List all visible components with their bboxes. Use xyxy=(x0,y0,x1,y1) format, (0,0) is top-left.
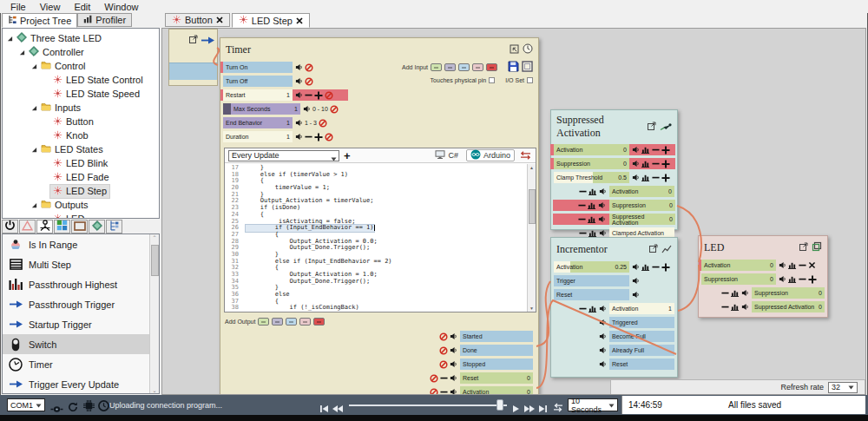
chart-icon[interactable] xyxy=(589,187,597,195)
speaker-icon[interactable] xyxy=(303,105,311,113)
open-node-icon[interactable] xyxy=(647,119,656,135)
plus-icon[interactable] xyxy=(661,160,670,168)
speaker-icon[interactable] xyxy=(741,289,749,297)
code-line[interactable]: 20 timerValue = 1; xyxy=(225,185,527,192)
plus-icon[interactable] xyxy=(314,91,323,100)
toolbox-item-switch[interactable]: Switch xyxy=(3,334,159,354)
input-row[interactable]: Max Seconds10 - 10 xyxy=(223,103,422,115)
toolbox-item-trigger-every-update[interactable]: Trigger Every Update xyxy=(3,374,159,394)
speaker-icon[interactable] xyxy=(450,388,457,395)
tree-item-inputs[interactable]: Inputs xyxy=(3,101,159,115)
chart-icon[interactable] xyxy=(588,215,596,223)
block-icon[interactable] xyxy=(319,119,327,128)
toolbox-item-timer[interactable]: Timer xyxy=(3,354,159,374)
io-set-checkbox[interactable] xyxy=(527,77,533,83)
code-line[interactable]: 38 if (!_isComingBack) xyxy=(225,305,527,312)
canvas-tab-button[interactable]: Button xyxy=(165,13,230,27)
touches-pin-checkbox[interactable] xyxy=(489,77,495,83)
chart-icon[interactable] xyxy=(641,160,650,168)
add-port-pink-button[interactable] xyxy=(299,318,311,326)
csharp-tab[interactable]: C# xyxy=(431,149,462,161)
input-row[interactable]: Activation0 xyxy=(701,260,825,271)
speaker-icon[interactable] xyxy=(450,360,457,368)
partial-node[interactable] xyxy=(168,29,218,86)
tab-profiler[interactable]: Profiler xyxy=(77,13,132,27)
swap-icon[interactable] xyxy=(519,148,532,163)
minus-icon[interactable] xyxy=(721,303,729,311)
minus-icon[interactable] xyxy=(652,146,660,154)
minus-icon[interactable] xyxy=(579,305,587,312)
speaker-icon[interactable] xyxy=(599,319,607,326)
chart-icon[interactable] xyxy=(589,229,597,237)
block-icon[interactable] xyxy=(330,105,339,114)
toolbox-item-startup-trigger[interactable]: Startup Trigger xyxy=(3,314,159,334)
timer-node[interactable]: Timer Turn OnTurn OffRestart1Max Seconds… xyxy=(220,37,539,395)
minus-icon[interactable] xyxy=(578,215,586,223)
arduino-tab[interactable]: Arduino xyxy=(466,149,515,161)
code-editor[interactable]: Every Update + C# Arduino 17 }18 else if… xyxy=(224,148,536,312)
speaker-icon[interactable] xyxy=(779,261,786,269)
minus-icon[interactable] xyxy=(799,275,806,283)
chart-icon[interactable] xyxy=(731,289,740,297)
clock-icon[interactable] xyxy=(98,399,109,415)
output-row[interactable]: Suppression0 xyxy=(701,287,825,299)
output-row[interactable]: Triggered xyxy=(554,317,674,328)
tree-item-led-step[interactable]: LED Step xyxy=(3,184,159,198)
minus-icon[interactable] xyxy=(579,187,587,195)
tab-project-tree[interactable]: Project Tree xyxy=(2,13,77,28)
minus-icon[interactable] xyxy=(578,201,586,209)
plus-icon[interactable] xyxy=(808,275,817,284)
toolbox-item-passthrough-trigger[interactable]: Passthrough Trigger xyxy=(3,294,159,314)
tree-item-led-blink[interactable]: LED Blink xyxy=(3,156,159,170)
tree-expander[interactable] xyxy=(6,36,14,42)
toolbox-item-passthrough-highest[interactable]: Passthrough Highest xyxy=(3,274,159,294)
input-row[interactable]: Trigger xyxy=(554,275,674,286)
toolbox-item-multi-step[interactable]: Multi Step xyxy=(3,254,159,274)
com-port-select[interactable]: COM1 xyxy=(7,398,45,411)
output-row[interactable]: Suppressed Activation0 xyxy=(553,214,675,225)
tree-item-knob[interactable]: Knob xyxy=(3,128,159,142)
input-row[interactable]: Suppression0 xyxy=(553,158,675,169)
input-row[interactable]: End Behavior11 - 3 xyxy=(223,117,422,128)
connection-icon[interactable] xyxy=(50,401,63,417)
canvas-tab-led-step[interactable]: LED Step xyxy=(232,13,310,28)
play-button[interactable] xyxy=(512,401,520,417)
block-icon[interactable] xyxy=(305,77,313,86)
speaker-icon[interactable] xyxy=(599,346,607,354)
line-chart-icon[interactable] xyxy=(661,241,672,257)
add-port-purple-button[interactable] xyxy=(444,63,456,71)
close-icon[interactable] xyxy=(296,16,303,26)
io-box-icon[interactable] xyxy=(522,61,533,73)
speaker-icon[interactable] xyxy=(632,174,640,181)
speaker-icon[interactable] xyxy=(295,63,303,71)
speaker-icon[interactable] xyxy=(599,332,607,340)
plus-icon[interactable] xyxy=(314,133,323,141)
partial-node-port[interactable] xyxy=(169,62,217,80)
input-row[interactable]: Turn Off xyxy=(223,76,422,87)
suppressed-activation-node[interactable]: Suppressed Activation Activation0Suppres… xyxy=(550,109,678,230)
block-icon[interactable] xyxy=(439,360,448,369)
speaker-icon[interactable] xyxy=(598,215,606,223)
speaker-icon[interactable] xyxy=(779,275,786,283)
minus-icon[interactable] xyxy=(579,229,587,237)
block-icon[interactable] xyxy=(430,388,438,396)
plus-icon[interactable] xyxy=(661,174,670,182)
speaker-icon[interactable] xyxy=(741,303,749,311)
output-row[interactable]: Reset0 xyxy=(405,372,533,384)
block-icon[interactable] xyxy=(305,63,313,72)
speaker-icon[interactable] xyxy=(632,146,640,154)
minus-icon[interactable] xyxy=(652,174,660,181)
minus-icon[interactable] xyxy=(652,263,660,271)
speaker-icon[interactable] xyxy=(599,360,607,368)
block-icon[interactable] xyxy=(325,91,333,100)
chart-icon[interactable] xyxy=(589,305,597,312)
minus-icon[interactable] xyxy=(721,289,729,297)
menu-item-file[interactable]: File xyxy=(3,2,33,12)
speaker-icon[interactable] xyxy=(450,346,457,354)
chart-icon[interactable] xyxy=(788,261,797,269)
tree-item-led-state-speed[interactable]: LED State Speed xyxy=(3,87,159,101)
menu-item-view[interactable]: View xyxy=(33,2,68,12)
plus-icon[interactable] xyxy=(661,263,670,272)
toolbox-tab-nodetree[interactable] xyxy=(36,220,53,234)
block-icon[interactable] xyxy=(439,346,448,355)
